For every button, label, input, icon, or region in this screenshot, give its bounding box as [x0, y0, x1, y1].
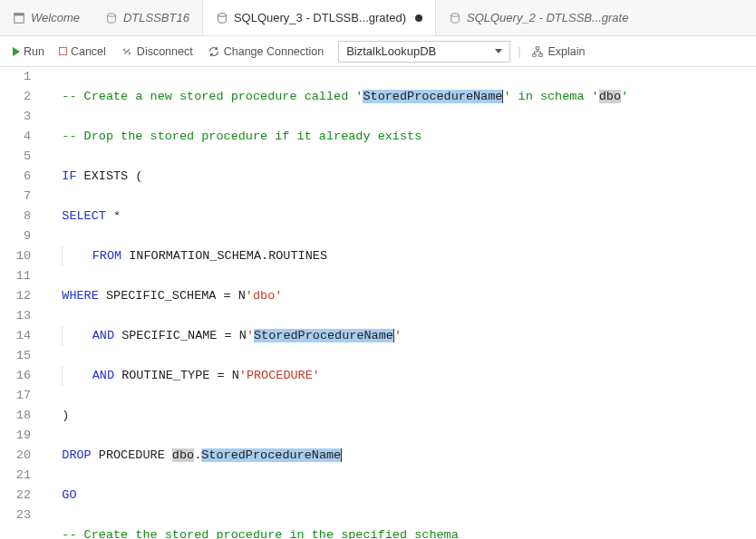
change-connection-button[interactable]: Change Connection: [204, 43, 328, 60]
stop-icon: [59, 47, 67, 55]
code-line[interactable]: IF EXISTS (: [40, 167, 756, 187]
explain-label: Explain: [548, 45, 585, 58]
tab-label: SQLQuery_3 - DTLSSB...grated): [234, 11, 406, 24]
database-icon: [449, 12, 461, 24]
line-number: 14: [0, 326, 31, 346]
line-number: 18: [0, 406, 31, 426]
svg-rect-6: [533, 53, 537, 56]
run-label: Run: [24, 45, 44, 58]
line-number: 5: [0, 147, 31, 167]
line-number: 16: [0, 366, 31, 386]
line-number: 13: [0, 306, 31, 326]
play-icon: [13, 47, 20, 56]
code-editor[interactable]: 1 2 3 4 5 6 7 8 9 10 11 12 13 14 15 16 1…: [0, 67, 756, 539]
code-line[interactable]: AND SPECIFIC_NAME = N'StoredProcedureNam…: [40, 326, 756, 346]
line-number: 3: [0, 107, 31, 127]
tab-label: DTLSSBT16: [123, 11, 189, 24]
line-number: 1: [0, 67, 31, 87]
disconnect-label: Disconnect: [137, 45, 193, 58]
code-line[interactable]: DROP PROCEDURE dbo.StoredProcedureName: [40, 446, 756, 466]
line-number: 17: [0, 386, 31, 406]
database-select[interactable]: BiztalkLookupDB: [338, 41, 510, 63]
explain-icon: [531, 45, 544, 58]
code-content[interactable]: -- Create a new stored procedure called …: [40, 67, 756, 539]
code-line[interactable]: WHERE SPECIFIC_SCHEMA = N'dbo': [40, 286, 756, 306]
line-number: 9: [0, 226, 31, 246]
code-line[interactable]: ): [40, 406, 756, 426]
tab-label: Welcome: [31, 11, 80, 24]
code-line[interactable]: SELECT *: [40, 207, 756, 226]
disconnect-button[interactable]: Disconnect: [117, 43, 197, 60]
line-number: 19: [0, 426, 31, 446]
tab-dtlssbt16[interactable]: DTLSSBT16: [92, 0, 202, 35]
svg-point-4: [451, 13, 460, 16]
disconnect-icon: [121, 45, 133, 58]
line-number: 11: [0, 266, 31, 286]
line-number: 23: [0, 505, 31, 525]
tab-welcome[interactable]: Welcome: [0, 0, 92, 35]
tab-sqlquery3[interactable]: SQLQuery_3 - DTLSSB...grated): [202, 0, 436, 35]
separator: |: [518, 45, 520, 58]
tab-sqlquery2[interactable]: SQLQuery_2 - DTLSSB...grate: [436, 0, 641, 35]
run-button[interactable]: Run: [9, 43, 48, 60]
code-line[interactable]: GO: [40, 486, 756, 505]
change-connection-label: Change Connection: [224, 45, 325, 58]
svg-point-3: [218, 13, 227, 16]
cancel-label: Cancel: [71, 45, 106, 58]
code-line[interactable]: -- Drop the stored procedure if it alrea…: [40, 127, 756, 147]
query-toolbar: Run Cancel Disconnect Change Connection …: [0, 36, 756, 67]
tab-label: SQLQuery_2 - DTLSSB...grate: [467, 11, 628, 24]
database-icon: [216, 12, 228, 24]
refresh-icon: [208, 45, 220, 58]
line-number: 4: [0, 127, 31, 147]
line-number: 2: [0, 87, 31, 107]
editor-tabs: Welcome DTLSSBT16 SQLQuery_3 - DTLSSB...…: [0, 0, 756, 36]
welcome-icon: [13, 12, 25, 24]
line-number: 21: [0, 466, 31, 486]
line-number: 12: [0, 286, 31, 306]
line-gutter: 1 2 3 4 5 6 7 8 9 10 11 12 13 14 15 16 1…: [0, 67, 40, 539]
line-number: 10: [0, 246, 31, 266]
svg-rect-7: [539, 53, 543, 56]
explain-button[interactable]: Explain: [528, 43, 588, 60]
svg-rect-1: [15, 13, 24, 15]
svg-point-2: [108, 13, 116, 16]
code-line[interactable]: -- Create a new stored procedure called …: [40, 87, 756, 107]
line-number: 7: [0, 187, 31, 207]
database-select-value: BiztalkLookupDB: [346, 44, 436, 58]
cancel-button[interactable]: Cancel: [55, 43, 110, 60]
line-number: 15: [0, 346, 31, 366]
code-line[interactable]: AND ROUTINE_TYPE = N'PROCEDURE': [40, 366, 756, 386]
dirty-indicator-icon: [415, 14, 422, 22]
line-number: 8: [0, 207, 31, 226]
line-number: 20: [0, 446, 31, 466]
line-number: 22: [0, 486, 31, 505]
code-line[interactable]: -- Create the stored procedure in the sp…: [40, 525, 756, 539]
code-line[interactable]: FROM INFORMATION_SCHEMA.ROUTINES: [40, 246, 756, 266]
chevron-down-icon: [495, 49, 502, 53]
svg-rect-5: [537, 46, 540, 49]
database-icon: [105, 12, 118, 24]
line-number: 6: [0, 167, 31, 187]
